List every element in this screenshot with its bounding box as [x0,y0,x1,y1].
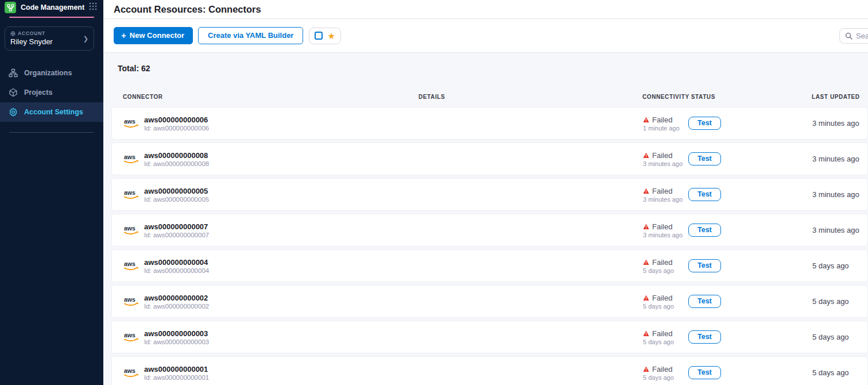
main-area: Account Resources: Connectors + New Conn… [103,0,868,385]
test-connection-button[interactable]: Test [688,188,721,201]
aws-logo-icon: aws [123,332,139,343]
svg-text:aws: aws [124,260,135,267]
test-connection-button[interactable]: Test [688,295,721,308]
last-updated-text: 3 minutes ago [812,190,867,199]
column-header-connectivity-status: CONNECTIVITY STATUS [642,94,812,100]
aws-logo-icon: aws [123,153,139,165]
star-icon[interactable]: ★ [327,32,335,40]
aws-logo-icon: aws [123,225,139,236]
test-connection-button[interactable]: Test [688,259,721,272]
status-text: Failed [652,329,672,338]
connectivity-status-cell: Failed 3 minutes ago Test [643,151,812,167]
connectivity-status-cell: Failed 5 days ago Test [643,294,812,310]
connector-name: aws000000000008 [144,151,209,160]
page-title: Account Resources: Connectors [114,4,261,15]
connector-text: aws000000000008 Id: aws000000000008 [144,151,209,167]
status-line: Failed [643,222,688,231]
test-connection-button[interactable]: Test [688,366,721,379]
table-row[interactable]: aws aws000000000006 Id: aws000000000006 … [111,107,868,140]
connectivity-status-cell: Failed 5 days ago Test [643,258,812,274]
test-connection-button[interactable]: Test [688,330,721,344]
sidebar: Code Management ACCOUNT Riley Snyder ❯ O… [0,0,103,385]
sidebar-item-account-settings[interactable]: Account Settings [0,102,103,122]
connector-text: aws000000000002 Id: aws000000000002 [144,294,209,310]
sidebar-item-label: Organizations [24,69,72,77]
account-label-row: ACCOUNT [10,30,88,36]
last-updated-text: 5 days ago [812,261,867,270]
table-row[interactable]: aws aws000000000003 Id: aws000000000003 … [111,321,868,353]
create-yaml-builder-button[interactable]: Create via YAML Builder [198,27,303,44]
failed-warning-icon [643,295,649,301]
status-stack: Failed 5 days ago [643,294,688,310]
code-management-logo-icon[interactable] [5,2,16,13]
test-connection-button[interactable]: Test [688,152,721,165]
page-header: Account Resources: Connectors [103,0,868,19]
last-updated-text: 5 days ago [812,333,867,341]
favorites-checkbox[interactable] [315,32,323,40]
test-connection-button[interactable]: Test [688,117,721,130]
status-stack: Failed 1 minute ago [643,116,688,132]
connectivity-status-cell: Failed 5 days ago Test [643,365,812,381]
table-row[interactable]: aws aws000000000008 Id: aws000000000008 … [111,143,868,175]
status-line: Failed [643,365,688,374]
connector-name: aws000000000002 [144,294,209,302]
aws-logo-icon: aws [123,260,139,272]
organizations-icon [8,68,18,78]
connector-name: aws000000000001 [144,365,209,374]
status-time: 5 days ago [643,338,688,345]
app-switcher-icon[interactable] [89,2,97,13]
svg-text:aws: aws [124,367,135,374]
table-row[interactable]: aws aws000000000001 Id: aws000000000001 … [111,356,868,385]
failed-warning-icon [643,259,649,265]
status-time: 5 days ago [643,267,688,274]
status-text: Failed [652,151,672,160]
connector-id: Id: aws000000000001 [144,374,209,381]
connector-id: Id: aws000000000008 [144,160,209,167]
status-text: Failed [652,187,672,195]
sidebar-item-organizations[interactable]: Organizations [0,63,103,83]
app-window: Code Management ACCOUNT Riley Snyder ❯ O… [0,0,868,385]
chevron-right-icon: ❯ [83,35,88,43]
table-row[interactable]: aws aws000000000007 Id: aws000000000007 … [111,214,868,247]
search-input[interactable] [856,32,868,40]
connectors-content: Total: 62 CONNECTOR DETAILS CONNECTIVITY… [103,53,868,385]
last-updated-text: 3 minutes ago [812,226,867,234]
toolbar: + New Connector Create via YAML Builder … [103,19,868,53]
test-connection-button[interactable]: Test [688,224,721,237]
connector-text: aws000000000005 Id: aws000000000005 [144,187,209,203]
globe-icon [10,31,16,36]
svg-text:aws: aws [124,332,135,338]
table-row[interactable]: aws aws000000000005 Id: aws000000000005 … [111,178,868,211]
connector-text: aws000000000006 Id: aws000000000006 [144,116,209,132]
table-row[interactable]: aws aws000000000004 Id: aws000000000004 … [111,249,868,282]
connectivity-status-cell: Failed 5 days ago Test [643,329,812,345]
table-row[interactable]: aws aws000000000002 Id: aws000000000002 … [111,285,868,318]
connector-name: aws000000000003 [144,329,209,338]
status-time: 5 days ago [643,303,688,310]
total-value: 62 [141,64,150,73]
connector-text: aws000000000001 Id: aws000000000001 [144,365,209,381]
status-line: Failed [643,329,688,338]
svg-text:aws: aws [124,153,135,160]
connector-id: Id: aws000000000003 [144,338,209,345]
connector-name: aws000000000007 [144,222,209,231]
status-text: Failed [652,258,672,267]
status-text: Failed [652,294,672,302]
connector-id: Id: aws000000000004 [144,267,209,274]
projects-icon [8,88,18,97]
sidebar-item-projects[interactable]: Projects [0,83,103,102]
aws-logo-icon: aws [123,118,139,129]
connector-cell: aws aws000000000002 Id: aws000000000002 [112,294,419,310]
status-time: 5 days ago [643,374,688,381]
account-scope-selector[interactable]: ACCOUNT Riley Snyder ❯ [5,26,94,51]
plus-icon: + [121,31,126,40]
status-line: Failed [643,151,688,160]
total-label: Total: [118,64,139,73]
status-stack: Failed 5 days ago [643,258,688,274]
total-count: Total: 62 [118,64,868,73]
sidebar-item-label: Projects [24,88,52,97]
sidebar-divider [9,132,94,133]
connectivity-status-cell: Failed 3 minutes ago Test [643,222,812,238]
connector-id: Id: aws000000000002 [144,303,209,310]
new-connector-button[interactable]: + New Connector [114,27,193,44]
